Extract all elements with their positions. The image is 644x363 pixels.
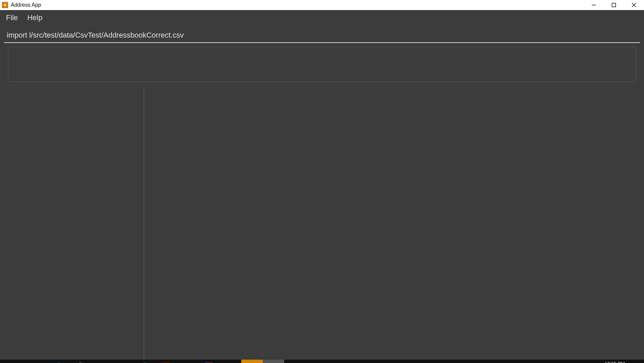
taskbar-clock[interactable]: 10:55 PM 10/16/2018 bbox=[600, 361, 630, 363]
task-view-button[interactable] bbox=[32, 360, 48, 363]
taskbar: IJ 30 bbox=[0, 360, 644, 363]
menu-help[interactable]: Help bbox=[27, 13, 42, 22]
taskbar-outlook[interactable] bbox=[91, 360, 113, 363]
wifi-icon[interactable] bbox=[567, 360, 576, 363]
minimize-button[interactable] bbox=[584, 0, 604, 10]
taskbar-telegram-active[interactable]: 30 bbox=[241, 360, 263, 363]
svg-rect-1 bbox=[612, 3, 616, 7]
taskbar-paint[interactable] bbox=[220, 360, 241, 363]
content-area bbox=[0, 86, 644, 360]
start-button[interactable] bbox=[0, 360, 16, 363]
person-list-pane[interactable] bbox=[0, 86, 144, 360]
app-window: File Help bbox=[0, 10, 644, 360]
command-area bbox=[0, 25, 644, 86]
window-title: Address App bbox=[11, 2, 41, 8]
system-tray: ENG 10:55 PM 10/16/2018 bbox=[539, 360, 644, 363]
taskbar-address-app[interactable] bbox=[263, 360, 284, 363]
battery-icon[interactable] bbox=[558, 360, 567, 363]
command-input[interactable] bbox=[4, 31, 640, 40]
volume-muted-icon[interactable] bbox=[576, 360, 586, 363]
tray-chevron-up-icon[interactable] bbox=[548, 360, 558, 363]
taskbar-edge[interactable] bbox=[48, 360, 70, 363]
menu-file[interactable]: File bbox=[6, 13, 18, 22]
clock-time: 10:55 PM bbox=[603, 361, 627, 363]
search-button[interactable] bbox=[16, 360, 32, 363]
taskbar-sourcetree[interactable] bbox=[177, 360, 198, 363]
app-icon bbox=[2, 2, 8, 8]
titlebar-left: Address App bbox=[0, 2, 41, 8]
menubar: File Help bbox=[0, 10, 644, 25]
command-input-wrap bbox=[4, 28, 640, 43]
taskbar-file-explorer[interactable] bbox=[113, 360, 134, 363]
taskbar-intellij[interactable]: IJ bbox=[198, 360, 220, 363]
result-output-box bbox=[8, 47, 636, 82]
taskbar-adobe-reader[interactable] bbox=[155, 360, 177, 363]
people-icon[interactable] bbox=[539, 360, 548, 363]
taskbar-telegram-desktop[interactable] bbox=[134, 360, 155, 363]
taskbar-chrome[interactable] bbox=[70, 360, 91, 363]
maximize-button[interactable] bbox=[604, 0, 624, 10]
window-titlebar: Address App bbox=[0, 0, 644, 10]
close-button[interactable] bbox=[624, 0, 644, 10]
detail-pane bbox=[144, 86, 644, 360]
taskbar-left: IJ 30 bbox=[0, 360, 284, 363]
window-controls bbox=[584, 0, 644, 10]
